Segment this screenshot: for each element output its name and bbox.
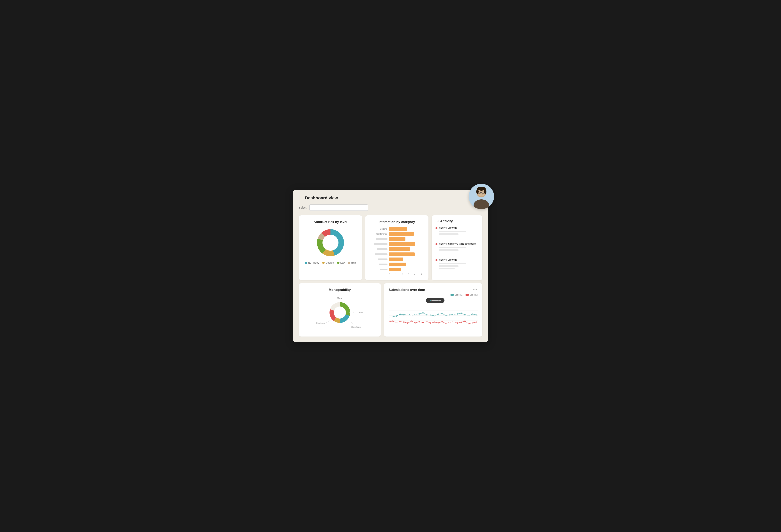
header-left: ← Dashboard view [299,195,338,201]
interaction-title: Interaction by category [370,220,424,224]
svg-point-76 [464,321,465,322]
svg-point-17 [323,235,338,250]
activity-header: Activity [436,219,479,223]
line-chart-legend: Series 1 Series 2 [451,294,478,296]
svg-point-60 [403,321,404,322]
activity-line-0-1 [439,233,458,235]
avatar [469,184,494,209]
svg-point-1 [474,200,489,209]
activity-event-row-1: ENTITY ACTIVITY LOG IS VIEWED [436,243,479,245]
activity-item-2: ENTITY VIEWED [436,259,479,269]
activity-line-1-0 [439,247,466,248]
svg-point-53 [468,315,469,316]
bar-fill-9 [389,268,401,271]
bar-fill-7 [389,258,404,261]
bar-label-4 [372,243,387,245]
antitrust-title: Antitrust risk by level [303,220,358,224]
back-button[interactable]: ← [299,196,303,200]
legend-dot-no-priority [305,262,307,264]
bar-label-meeting: Meeting [372,228,387,230]
legend-item-medium: Medium [322,261,334,264]
bar-track-7 [389,258,422,261]
legend-label-no-priority: No Priority [308,261,319,264]
svg-point-10 [484,189,486,194]
x-tick-1: 1 [395,273,397,275]
svg-point-48 [449,314,450,315]
line-chart-header: Submissions over time ••• Series 1 Serie… [388,288,478,298]
legend-dot-high [348,262,350,264]
select-input[interactable] [310,205,368,211]
line-chart-svg [388,300,478,331]
legend-label-medium: Medium [326,261,334,264]
bar-fill-4 [389,242,415,246]
svg-point-43 [430,315,431,316]
activity-event-row-2: ENTITY VIEWED [436,259,479,261]
bar-label-8 [372,264,387,265]
three-dots-menu[interactable]: ••• [473,288,478,292]
svg-line-21 [348,320,354,324]
bar-track-8 [389,263,422,266]
svg-point-50 [457,313,458,314]
activity-dot-2 [436,259,438,261]
bar-row-5 [372,248,422,251]
svg-point-65 [422,322,423,323]
app-container: ← Dashboard view Select: [293,190,488,342]
submissions-title: Submissions over time [388,288,425,292]
legend-item-low: Low [337,261,345,264]
activity-dot-0 [436,227,438,229]
legend-color-series1 [451,294,454,296]
bar-label-6 [372,254,387,255]
bar-fill-conference [389,232,414,236]
top-section: Antitrust risk by level [299,215,482,280]
svg-point-59 [400,321,401,322]
svg-point-77 [468,323,469,324]
svg-point-38 [411,315,412,316]
legend-series1: Series 1 [451,294,462,296]
bar-fill-6 [389,253,415,256]
activity-dot-1 [436,243,438,245]
activity-lines-2 [436,263,479,269]
svg-point-75 [460,322,461,323]
bar-x-axis: 0 1 2 3 4 5 [372,273,422,275]
svg-point-42 [426,314,427,315]
activity-line-2-1 [439,265,458,267]
bar-chart-area: Meeting Conference [372,227,422,271]
bar-fill-3 [389,237,405,241]
bottom-grid: Manageability Minor Low Significant Mode… [299,283,482,337]
activity-event-label-0: ENTITY VIEWED [439,227,457,229]
svg-point-8 [477,187,486,190]
bar-label-5 [372,248,387,250]
svg-point-62 [411,321,412,322]
svg-point-64 [418,321,419,322]
x-tick-4: 4 [414,273,415,275]
activity-line-1-1 [439,249,458,251]
antitrust-donut-container [303,227,358,258]
bar-track-9 [389,268,422,271]
activity-panel: Activity ENTITY VIEWED ENTITY A [431,215,482,280]
bar-row-3 [372,237,422,241]
x-tick-2: 2 [402,273,403,275]
svg-point-34 [396,316,397,317]
legend-label-series2: Series 2 [470,294,478,296]
svg-point-32 [388,317,389,318]
legend-label-series1: Series 1 [455,294,462,296]
svg-point-70 [441,321,442,322]
svg-point-73 [453,321,454,322]
bar-label-conference: Conference [372,233,387,235]
bar-row-4 [372,242,422,246]
svg-point-40 [418,313,419,314]
svg-point-61 [407,322,408,323]
bar-row-meeting: Meeting [372,227,422,231]
activity-event-label-2: ENTITY VIEWED [439,259,457,261]
antitrust-donut [315,227,346,258]
legend-dot-low [337,262,339,264]
bar-track-6 [389,253,422,256]
svg-point-72 [449,322,450,323]
bar-fill-5 [389,248,410,251]
legend-label-low: Low [340,261,345,264]
header: ← Dashboard view [299,195,482,201]
bar-row-7 [372,258,422,261]
svg-line-22 [325,319,332,323]
manageability-card: Manageability Minor Low Significant Mode… [299,283,381,337]
svg-point-35 [400,314,401,315]
